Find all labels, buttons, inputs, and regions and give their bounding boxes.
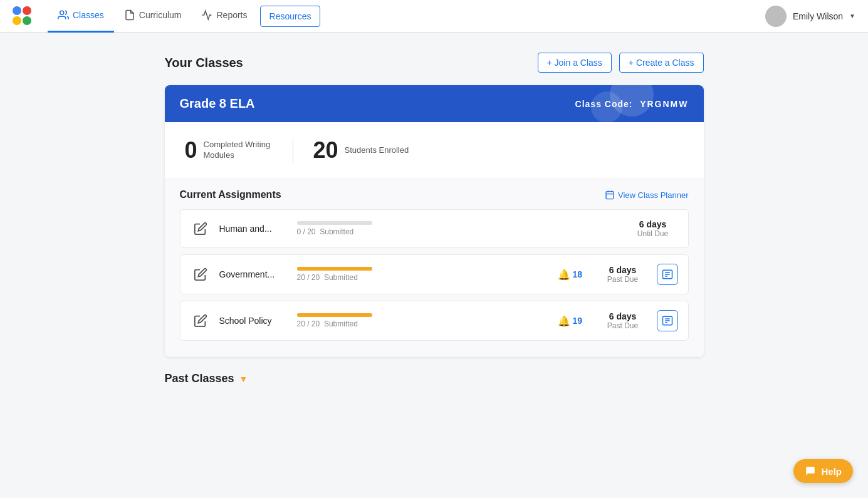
- stat-number-modules: 0: [185, 137, 197, 163]
- view-class-planner-link[interactable]: View Class Planner: [605, 190, 688, 200]
- assignment-row: School Policy 20 / 20 Submitted 🔔 19 6 d…: [180, 301, 689, 341]
- svg-point-0: [60, 11, 64, 14]
- stat-divider: [293, 138, 293, 163]
- assignments-header: Current Assignments View Class Planner: [180, 189, 689, 200]
- join-class-button[interactable]: + Join a Class: [538, 53, 612, 73]
- svg-rect-1: [606, 192, 614, 199]
- bell-area-3: 🔔 19: [558, 315, 589, 327]
- stat-completed-modules: 0 Completed Writing Modules: [185, 137, 273, 163]
- stat-number-students: 20: [313, 137, 338, 163]
- app-logo: [13, 6, 33, 26]
- due-area-1: 6 days Until Due: [628, 219, 678, 238]
- assignments-title: Current Assignments: [180, 189, 281, 200]
- assignment-write-icon-3: [191, 311, 211, 331]
- assignment-name-1: Human and...: [219, 224, 288, 234]
- progress-bar-fill-3: [297, 313, 372, 317]
- user-menu-chevron[interactable]: ▼: [849, 13, 855, 19]
- past-classes-label: Past Classes: [165, 372, 234, 385]
- assignment-row: Human and... 0 / 20 Submitted 6 days Unt…: [180, 209, 689, 248]
- due-label-1: Until Due: [628, 229, 678, 238]
- main-content: Your Classes + Join a Class + Create a C…: [152, 33, 716, 405]
- due-days-3: 6 days: [598, 311, 648, 321]
- bell-icon-2: 🔔: [558, 269, 570, 281]
- due-days-1: 6 days: [628, 219, 678, 229]
- create-class-button[interactable]: + Create a Class: [619, 53, 704, 73]
- assignment-name-3: School Policy: [219, 316, 288, 326]
- progress-bar-bg-1: [297, 221, 372, 225]
- bell-count-2: 18: [573, 269, 583, 279]
- classes-icon: [58, 9, 69, 21]
- progress-area-2: 20 / 20 Submitted: [297, 267, 549, 282]
- assignment-name-2: Government...: [219, 269, 288, 279]
- class-code-label: Class Code: YRGNMW: [575, 99, 689, 109]
- progress-text-1: 0 / 20 Submitted: [297, 227, 619, 236]
- due-label-3: Past Due: [598, 321, 648, 330]
- class-name: Grade 8 ELA: [180, 96, 255, 111]
- stat-students-enrolled: 20 Students Enrolled: [313, 137, 409, 163]
- bell-count-3: 19: [573, 316, 583, 326]
- class-stats: 0 Completed Writing Modules 20 Students …: [165, 122, 704, 179]
- progress-text-2: 20 / 20 Submitted: [297, 273, 549, 282]
- class-card: Grade 8 ELA Class Code: YRGNMW 0 Complet…: [165, 85, 704, 357]
- progress-bar-fill-2: [297, 267, 372, 271]
- section-title: Your Classes: [165, 56, 243, 70]
- nav-item-classes[interactable]: Classes: [48, 0, 114, 33]
- logo-dot-green: [23, 16, 31, 25]
- assignments-section: Current Assignments View Class Planner: [165, 179, 704, 357]
- planner-icon: [605, 190, 615, 200]
- nav-right: Emily Wilson ▼: [765, 6, 855, 27]
- header-actions: + Join a Class + Create a Class: [538, 53, 704, 73]
- due-area-3: 6 days Past Due: [598, 311, 648, 330]
- assignment-write-icon-2: [191, 264, 211, 284]
- due-label-2: Past Due: [598, 275, 648, 284]
- nav-item-curriculum[interactable]: Curriculum: [114, 0, 192, 33]
- past-classes-section[interactable]: Past Classes ▼: [165, 372, 704, 385]
- logo-dot-red: [23, 6, 31, 15]
- nav-item-resources[interactable]: Resources: [260, 6, 321, 27]
- stat-label-students: Students Enrolled: [345, 145, 409, 156]
- nav-items: Classes Curriculum Reports Resources: [48, 0, 765, 33]
- stat-label-modules: Completed Writing Modules: [204, 140, 273, 161]
- reports-icon: [201, 9, 212, 21]
- class-code-area: Class Code: YRGNMW: [575, 98, 689, 110]
- progress-area-3: 20 / 20 Submitted: [297, 313, 549, 328]
- report-button-2[interactable]: [657, 264, 678, 285]
- bell-icon-3: 🔔: [558, 315, 570, 327]
- user-name: Emily Wilson: [793, 11, 843, 21]
- progress-text-3: 20 / 20 Submitted: [297, 319, 549, 328]
- avatar: [765, 6, 787, 27]
- progress-bar-bg-3: [297, 313, 372, 317]
- navbar: Classes Curriculum Reports Resources Emi…: [0, 0, 868, 33]
- section-header: Your Classes + Join a Class + Create a C…: [165, 53, 704, 73]
- report-button-3[interactable]: [657, 310, 678, 331]
- class-card-header: Grade 8 ELA Class Code: YRGNMW: [165, 85, 704, 122]
- past-classes-chevron-icon: ▼: [239, 374, 248, 384]
- logo-dot-blue: [13, 6, 21, 15]
- nav-item-reports[interactable]: Reports: [191, 0, 257, 33]
- bell-area-2: 🔔 18: [558, 269, 589, 281]
- avatar-image: [765, 6, 787, 27]
- due-area-2: 6 days Past Due: [598, 265, 648, 284]
- curriculum-icon: [124, 9, 135, 21]
- logo-dot-yellow: [13, 16, 21, 25]
- progress-area-1: 0 / 20 Submitted: [297, 221, 619, 236]
- assignment-row: Government... 20 / 20 Submitted 🔔 18 6 d…: [180, 254, 689, 294]
- due-days-2: 6 days: [598, 265, 648, 275]
- assignment-write-icon: [191, 219, 211, 239]
- progress-bar-bg-2: [297, 267, 372, 271]
